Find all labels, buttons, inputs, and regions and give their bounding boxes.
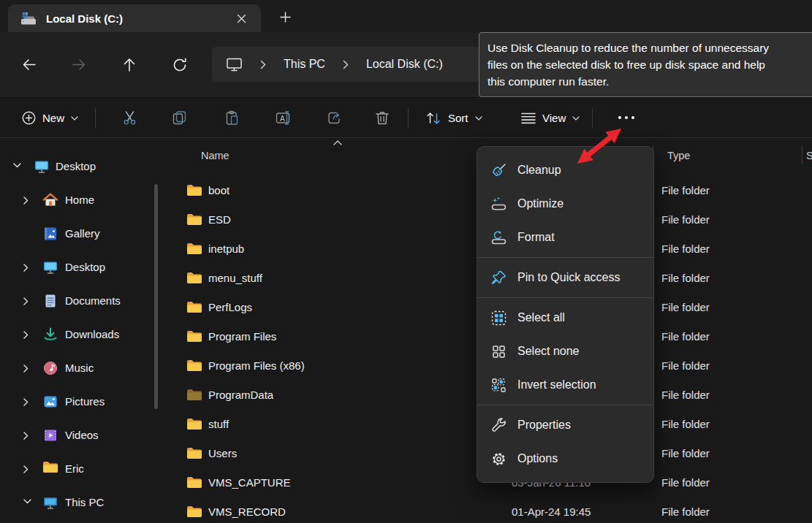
sidebar-item-pictures[interactable]: Pictures (0, 389, 153, 415)
delete-button[interactable] (369, 104, 395, 131)
chevron-expanded-icon[interactable] (23, 499, 31, 504)
close-icon[interactable] (232, 9, 251, 27)
menu-item-pin-to-quick-access[interactable]: Pin to Quick access (477, 261, 653, 294)
folder-icon (42, 461, 58, 474)
file-type: File folder (661, 389, 710, 401)
folder-icon (186, 272, 202, 285)
documents-icon (42, 293, 58, 309)
menu-item-label: Select none (517, 345, 580, 358)
folder-icon (186, 243, 202, 256)
menu-item-format[interactable]: Format (477, 221, 653, 254)
file-type: File folder (661, 447, 710, 459)
chevron-collapsed-icon[interactable] (23, 398, 29, 406)
file-type: File folder (661, 418, 710, 430)
folder-icon (186, 359, 202, 373)
sidebar-item-desktop-root[interactable]: Desktop (0, 153, 153, 180)
rename-button[interactable]: A (270, 104, 297, 131)
column-header-name[interactable]: Name (201, 150, 229, 161)
main-content: Desktop Home Gallery Desktop Documents D… (0, 139, 812, 523)
back-button[interactable] (20, 56, 38, 74)
chevron-expanded-icon[interactable] (13, 163, 21, 168)
menu-item-options[interactable]: Options (477, 442, 653, 476)
annotation-arrow (569, 121, 630, 171)
menu-item-select-all[interactable]: Select all (477, 301, 653, 335)
file-name[interactable]: menu_stuff (208, 272, 262, 284)
sort-button-label: Sort (448, 112, 468, 124)
chevron-collapsed-icon[interactable] (23, 297, 29, 305)
new-tab-icon[interactable] (275, 7, 295, 26)
sidebar-item-this-pc[interactable]: This PC (0, 489, 153, 516)
sidebar-item-desktop[interactable]: Desktop (0, 254, 153, 280)
paste-button[interactable] (219, 104, 245, 131)
column-header-size[interactable]: Size (806, 150, 812, 161)
menu-item-label: Optimize (517, 197, 564, 210)
menu-item-label: Cleanup (517, 164, 561, 177)
format-drive-icon (490, 229, 507, 246)
file-name[interactable]: stuff (208, 418, 229, 430)
chevron-collapsed-icon[interactable] (23, 196, 29, 205)
file-name[interactable]: inetpub (208, 243, 244, 255)
sidebar-item-music[interactable]: Music (0, 355, 153, 381)
chevron-collapsed-icon[interactable] (23, 264, 29, 272)
rename-icon: A (276, 110, 292, 126)
invert-selection-icon (490, 377, 507, 394)
breadcrumb-local-disk[interactable]: Local Disk (C:) (366, 58, 443, 71)
column-divider[interactable] (802, 145, 802, 164)
folder-icon (186, 389, 202, 402)
menu-item-label: Pin to Quick access (517, 271, 621, 284)
file-name[interactable]: Program Files (208, 330, 276, 343)
menu-item-properties[interactable]: Properties (477, 408, 653, 442)
sidebar-item-documents[interactable]: Documents (0, 288, 153, 314)
file-name[interactable]: Users (208, 447, 237, 459)
cut-button[interactable] (116, 104, 143, 131)
breadcrumb-this-pc[interactable]: This PC (284, 58, 325, 71)
drive-icon (20, 12, 37, 26)
new-button-label: New (42, 112, 64, 124)
folder-icon (186, 301, 202, 314)
table-row[interactable]: VMS_RECORD01-Apr-24 19:45File folder (167, 499, 812, 523)
sidebar-scrollbar[interactable] (154, 184, 158, 409)
paste-icon (224, 110, 240, 126)
menu-item-label: Options (517, 452, 558, 465)
menu-item-select-none[interactable]: Select none (477, 335, 653, 368)
chevron-collapsed-icon[interactable] (23, 432, 29, 440)
chevron-collapsed-icon[interactable] (23, 331, 29, 339)
file-name[interactable]: boot (208, 184, 229, 196)
folder-icon (186, 213, 202, 226)
chevron-collapsed-icon[interactable] (23, 465, 29, 473)
file-name[interactable]: VMS_CAPTURE (208, 476, 291, 489)
sidebar-item-downloads[interactable]: Downloads (0, 321, 153, 348)
file-name[interactable]: ProgramData (208, 389, 273, 401)
sidebar-item-label: Documents (65, 294, 121, 307)
sidebar-item-label: Gallery (65, 227, 100, 240)
sidebar-item-label: Home (65, 194, 94, 206)
new-button[interactable]: New (13, 105, 87, 131)
svg-text:A: A (280, 114, 285, 122)
this-pc-icon (42, 495, 58, 511)
menu-item-invert-selection[interactable]: Invert selection (477, 368, 653, 402)
folder-icon (186, 184, 202, 197)
file-name[interactable]: VMS_RECORD (208, 505, 286, 518)
sidebar-item-label: Downloads (65, 328, 119, 340)
sidebar-item-gallery[interactable]: Gallery (0, 221, 153, 247)
sidebar-item-videos[interactable]: Videos (0, 422, 153, 448)
forward-button[interactable] (70, 56, 88, 74)
file-name[interactable]: Program Files (x86) (208, 359, 305, 372)
sidebar-item-home[interactable]: Home (0, 187, 153, 213)
sort-button[interactable]: Sort (418, 105, 490, 131)
share-button[interactable] (321, 104, 347, 131)
copy-button[interactable] (166, 104, 192, 131)
up-button[interactable] (121, 56, 138, 74)
file-type: File folder (661, 213, 710, 226)
menu-item-label: Format (517, 231, 555, 244)
sidebar-item-eric[interactable]: Eric (0, 456, 153, 482)
sidebar-item-label: Desktop (65, 261, 105, 273)
column-header-type[interactable]: Type (667, 150, 690, 161)
file-name[interactable]: ESD (208, 213, 231, 226)
music-icon (42, 360, 58, 376)
file-name[interactable]: PerfLogs (208, 301, 252, 313)
chevron-collapsed-icon[interactable] (23, 364, 29, 373)
tab-local-disk-c[interactable]: Local Disk (C:) (8, 4, 261, 32)
refresh-button[interactable] (171, 56, 189, 74)
menu-item-optimize[interactable]: Optimize (477, 187, 653, 221)
